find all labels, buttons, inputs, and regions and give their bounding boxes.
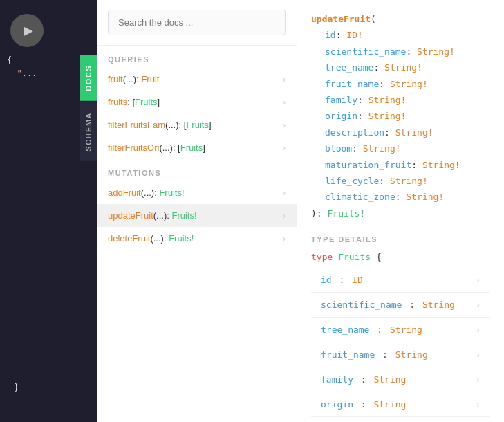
mutation-updatefruit-label: updateFruit(...): Fruits! <box>108 210 197 221</box>
tab-docs[interactable]: DOCS <box>80 55 97 101</box>
chevron-right-icon: › <box>476 375 480 385</box>
query-fruit-label: fruit(...): Fruit <box>108 74 159 84</box>
mutation-addfruit-label: addFruit(...): Fruits! <box>108 187 185 198</box>
queries-section-label: QUERIES <box>97 46 297 68</box>
chevron-right-icon: › <box>283 98 286 107</box>
chevron-right-icon: › <box>283 188 286 198</box>
field-name-tree-name: tree_name <box>321 324 369 335</box>
play-button[interactable] <box>10 14 44 47</box>
chevron-right-icon: › <box>476 325 480 335</box>
query-filterfruitsfam[interactable]: filterFruitsFam(...): [Fruits] › <box>97 113 297 136</box>
type-field-tree-name[interactable]: tree_name : String › <box>311 318 490 342</box>
field-type-id: ID <box>352 275 363 285</box>
mutations-section-label: MUTATIONS <box>97 159 297 181</box>
chevron-right-icon: › <box>283 234 286 244</box>
chevron-right-icon: › <box>283 211 286 221</box>
type-keyword: type <box>311 252 333 262</box>
chevron-right-icon: › <box>476 350 480 360</box>
type-field-id[interactable]: id : ID › <box>311 268 490 293</box>
field-name-id: id <box>321 275 332 285</box>
query-filterfruitsfam-label: filterFruitsFam(...): [Fruits] <box>108 120 212 130</box>
side-tabs: DOCS SCHEMA <box>80 55 97 160</box>
type-field-fruit-name[interactable]: fruit_name : String › <box>311 342 490 367</box>
mutation-updatefruit[interactable]: updateFruit(...): Fruits! › <box>97 204 297 227</box>
chevron-right-icon: › <box>283 143 286 153</box>
field-type-scientific-name: String <box>422 300 455 310</box>
closing-brace: } <box>7 381 26 394</box>
query-filterfruitsorig-label: filterFruitsOri(...): [Fruits] <box>108 143 205 153</box>
field-name-family: family <box>321 374 353 385</box>
search-container <box>97 0 297 46</box>
field-name-fruit-name: fruit_name <box>321 349 375 360</box>
type-field-family[interactable]: family : String › <box>311 367 490 392</box>
right-panel: updateFruit( id: ID! scientific_name: St… <box>297 0 504 422</box>
chevron-right-icon: › <box>283 120 286 130</box>
mutation-deletefruit-label: deleteFruit(...): Fruits! <box>108 233 194 244</box>
mutation-deletefruit[interactable]: deleteFruit(...): Fruits! › <box>97 227 297 250</box>
field-type-tree-name: String <box>390 324 422 335</box>
mutation-signature: updateFruit( id: ID! scientific_name: St… <box>311 11 490 221</box>
chevron-right-icon: › <box>476 400 480 410</box>
field-type-origin: String <box>373 399 406 410</box>
type-name: Fruits <box>338 252 371 262</box>
field-type-family: String <box>373 374 406 385</box>
field-type-fruit-name: String <box>395 349 428 360</box>
query-filterfruitsorig[interactable]: filterFruitsOri(...): [Fruits] › <box>97 136 297 159</box>
chevron-right-icon: › <box>476 275 480 285</box>
type-field-scientific-name[interactable]: scientific_name : String › <box>311 293 490 318</box>
query-fruit[interactable]: fruit(...): Fruit › <box>97 68 297 91</box>
query-fruits[interactable]: fruits: [Fruits] › <box>97 91 297 113</box>
field-name-scientific-name: scientific_name <box>321 300 402 310</box>
mutation-addfruit[interactable]: addFruit(...): Fruits! › <box>97 181 297 204</box>
chevron-right-icon: › <box>476 300 480 310</box>
middle-panel: QUERIES fruit(...): Fruit › fruits: [Fru… <box>97 0 297 422</box>
type-field-origin[interactable]: origin : String › <box>311 392 490 417</box>
query-fruits-label: fruits: [Fruits] <box>108 97 160 107</box>
type-header: type Fruits { <box>311 252 490 262</box>
left-panel: { "... DOCS SCHEMA } <box>0 0 97 422</box>
search-input[interactable] <box>108 10 286 35</box>
tab-schema[interactable]: SCHEMA <box>80 102 97 161</box>
chevron-right-icon: › <box>283 75 286 84</box>
type-details-label: TYPE DETAILS <box>311 235 490 244</box>
code-snippet: { "... <box>0 54 44 80</box>
field-name-origin: origin <box>321 399 353 410</box>
